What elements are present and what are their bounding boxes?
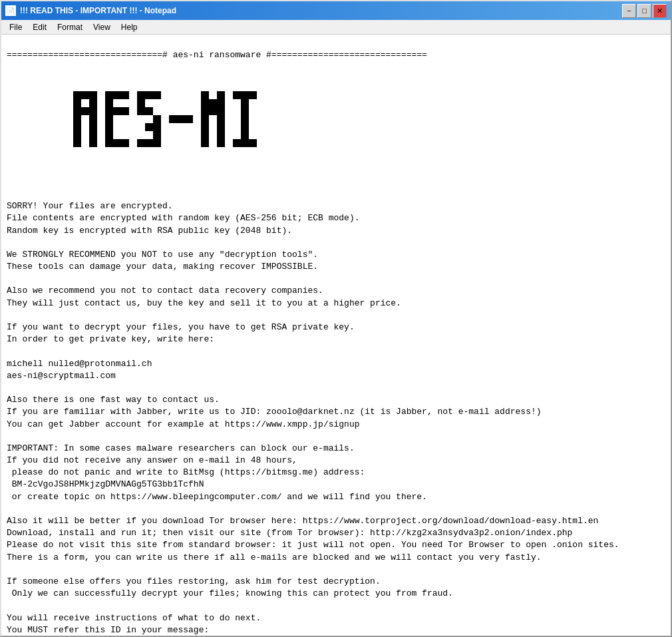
svg-rect-19 <box>105 99 113 107</box>
svg-rect-62 <box>241 91 249 99</box>
svg-rect-67 <box>241 123 249 131</box>
body-text: SORRY! Your files are encrypted. File co… <box>7 201 619 636</box>
svg-rect-8 <box>73 115 81 123</box>
svg-rect-0 <box>73 91 81 99</box>
title-bar-text: 📄 !!! READ THIS - IMPORTANT !!! - Notepa… <box>5 5 176 16</box>
svg-rect-30 <box>145 91 153 99</box>
menu-edit[interactable]: Edit <box>27 21 52 33</box>
svg-rect-24 <box>105 123 113 131</box>
svg-rect-6 <box>81 107 89 115</box>
menu-format[interactable]: Format <box>52 21 88 33</box>
svg-rect-36 <box>145 123 153 131</box>
svg-rect-32 <box>137 99 145 107</box>
svg-rect-21 <box>113 107 121 115</box>
svg-rect-60 <box>217 139 225 147</box>
title-bar-controls: − □ ✕ <box>622 4 667 18</box>
svg-rect-29 <box>137 91 145 99</box>
svg-rect-41 <box>153 139 161 147</box>
svg-rect-56 <box>217 123 225 131</box>
svg-rect-39 <box>137 139 145 147</box>
main-window: 📄 !!! READ THIS - IMPORTANT !!! - Notepa… <box>0 0 672 637</box>
app-icon: 📄 <box>5 5 16 16</box>
svg-rect-66 <box>241 115 249 123</box>
svg-rect-54 <box>217 115 225 123</box>
svg-rect-57 <box>201 131 209 139</box>
svg-rect-46 <box>217 91 225 99</box>
svg-rect-51 <box>209 107 217 115</box>
svg-rect-37 <box>153 123 161 131</box>
window-title: !!! READ THIS - IMPORTANT !!! - Notepad <box>20 6 176 15</box>
svg-rect-18 <box>121 91 129 99</box>
svg-rect-4 <box>89 99 97 107</box>
svg-rect-26 <box>105 139 113 147</box>
svg-rect-34 <box>145 107 153 115</box>
svg-rect-23 <box>105 115 113 123</box>
svg-rect-11 <box>89 123 97 131</box>
svg-rect-68 <box>241 131 249 139</box>
svg-rect-16 <box>105 91 113 99</box>
svg-rect-52 <box>217 107 225 115</box>
svg-rect-49 <box>217 99 225 107</box>
svg-rect-9 <box>89 115 97 123</box>
svg-rect-7 <box>89 107 97 115</box>
svg-rect-35 <box>153 115 161 123</box>
menu-file[interactable]: File <box>4 21 27 33</box>
menu-view[interactable]: View <box>88 21 116 33</box>
maximize-button[interactable]: □ <box>637 4 651 18</box>
svg-rect-25 <box>105 131 113 139</box>
svg-rect-14 <box>73 139 81 147</box>
svg-rect-44 <box>185 115 193 123</box>
svg-rect-53 <box>201 115 209 123</box>
svg-rect-71 <box>249 139 257 147</box>
svg-rect-10 <box>73 123 81 131</box>
svg-rect-59 <box>201 139 209 147</box>
svg-rect-58 <box>217 131 225 139</box>
svg-rect-3 <box>73 99 81 107</box>
svg-rect-20 <box>105 107 113 115</box>
svg-rect-43 <box>177 115 185 123</box>
svg-rect-15 <box>89 139 97 147</box>
svg-rect-13 <box>89 131 97 139</box>
svg-rect-40 <box>145 139 153 147</box>
minimize-button[interactable]: − <box>622 4 636 18</box>
svg-rect-12 <box>73 131 81 139</box>
svg-rect-50 <box>201 107 209 115</box>
svg-rect-5 <box>73 107 81 115</box>
header-line: ==============================# aes-ni r… <box>7 50 427 60</box>
svg-rect-47 <box>201 99 209 107</box>
svg-rect-17 <box>113 91 121 99</box>
svg-rect-22 <box>121 107 129 115</box>
svg-rect-45 <box>201 91 209 99</box>
svg-rect-64 <box>241 99 249 107</box>
svg-rect-55 <box>201 123 209 131</box>
svg-rect-27 <box>113 139 121 147</box>
text-content[interactable]: ==============================# aes-ni r… <box>1 35 671 636</box>
svg-rect-42 <box>169 115 177 123</box>
menu-bar: File Edit Format View Help <box>1 20 671 35</box>
menu-help[interactable]: Help <box>116 21 143 33</box>
svg-rect-65 <box>241 107 249 115</box>
svg-rect-38 <box>153 131 161 139</box>
svg-rect-1 <box>81 91 89 99</box>
svg-rect-2 <box>89 91 97 99</box>
aes-ni-logo <box>73 79 313 183</box>
svg-rect-63 <box>249 91 257 99</box>
title-bar: 📄 !!! READ THIS - IMPORTANT !!! - Notepa… <box>1 1 671 20</box>
close-button[interactable]: ✕ <box>653 4 667 18</box>
svg-rect-70 <box>241 139 249 147</box>
svg-rect-69 <box>233 139 241 147</box>
svg-rect-33 <box>137 107 145 115</box>
svg-rect-31 <box>153 91 161 99</box>
svg-rect-28 <box>121 139 129 147</box>
svg-rect-48 <box>209 99 217 107</box>
svg-rect-61 <box>233 91 241 99</box>
